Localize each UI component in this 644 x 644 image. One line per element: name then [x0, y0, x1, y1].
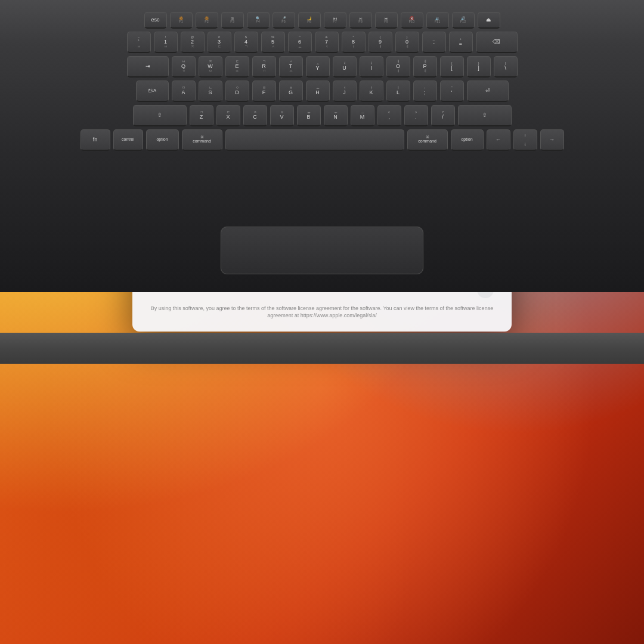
key-c[interactable]: ㅊC — [243, 105, 267, 126]
key-f9[interactable]: ⏭F9 — [375, 12, 398, 29]
key-f4[interactable]: 🔍F4 — [247, 12, 270, 29]
key-l[interactable]: ㅣL — [386, 80, 410, 102]
key-f3[interactable]: ⊞F3 — [221, 12, 244, 29]
key-backslash[interactable]: |\ — [494, 56, 518, 78]
key-b[interactable]: ㅠB — [297, 105, 321, 126]
key-t[interactable]: ㅅTㅆ — [279, 56, 303, 78]
key-f5[interactable]: 🎤F5 — [273, 12, 295, 29]
key-command-left[interactable]: ⌘command — [182, 129, 222, 151]
key-k[interactable]: ㅏK — [360, 80, 383, 102]
tab-key-row: ⇥ ㅂQㄲ ㅈWㅉ ㄷEㄸ ㄱRㄲ ㅅTㅆ ㅛY ㅕU ㅑI ㅐOㅒ ㅔPㅖ {… — [12, 56, 632, 78]
key-period[interactable]: >. — [404, 105, 428, 126]
key-5[interactable]: %5ㅅ — [261, 32, 285, 53]
key-f1[interactable]: 🔆F1 — [170, 12, 193, 29]
trackpad[interactable] — [221, 227, 423, 274]
caps-key-row: 한/A ㅁA ㄴS ㅇD ㄹF ㅎG ㅗH ㅓJ ㅏK ㅣL :; "' ⏎ — [12, 80, 632, 102]
key-s[interactable]: ㄴS — [199, 80, 222, 102]
key-h[interactable]: ㅗH — [306, 80, 330, 102]
key-rbracket[interactable]: }] — [467, 56, 491, 78]
key-o[interactable]: ㅐOㅒ — [386, 56, 410, 78]
key-v[interactable]: ㅍV — [270, 105, 294, 126]
key-shift-left[interactable]: ⇧ — [133, 105, 187, 126]
bottom-key-row: fn control option ⌘command ⌘command opti… — [12, 129, 632, 151]
key-x[interactable]: ㅌX — [216, 105, 240, 126]
key-command-right[interactable]: ⌘command — [407, 129, 448, 151]
key-control[interactable]: control — [113, 129, 143, 151]
key-d[interactable]: ㅇD — [225, 80, 249, 102]
key-lbracket[interactable]: {[ — [440, 56, 464, 78]
key-delete[interactable]: ⌫ — [476, 32, 518, 53]
keyboard: esc 🔆F1 🔆F2 ⊞F3 🔍F4 🎤F5 🌙F6 ⏮F7 ⏯F8 ⏭F9 … — [12, 12, 632, 154]
fn-key-row: esc 🔆F1 🔆F2 ⊞F3 🔍F4 🎤F5 🌙F6 ⏮F7 ⏯F8 ⏭F9 … — [12, 12, 632, 29]
key-esc[interactable]: esc — [144, 12, 167, 29]
key-quote[interactable]: "' — [440, 80, 464, 102]
key-n[interactable]: ㅜN — [324, 105, 348, 126]
keyboard-surround: esc 🔆F1 🔆F2 ⊞F3 🔍F4 🎤F5 🌙F6 ⏮F7 ⏯F8 ⏭F9 … — [0, 0, 644, 292]
key-3[interactable]: #3ㄷ — [208, 32, 231, 53]
key-6[interactable]: ^6ㅛ — [288, 32, 312, 53]
key-f7[interactable]: ⏮F7 — [324, 12, 346, 29]
key-f6[interactable]: 🌙F6 — [298, 12, 321, 29]
key-return[interactable]: ⏎ — [467, 80, 509, 102]
key-9[interactable]: (9ㅐ — [369, 32, 392, 53]
key-p[interactable]: ㅔPㅖ — [413, 56, 437, 78]
key-backtick[interactable]: ~`ㅂ — [127, 32, 151, 53]
key-f10[interactable]: 🔇F10 — [401, 12, 423, 29]
key-slash[interactable]: ?/ — [431, 105, 455, 126]
key-y[interactable]: ㅛY — [306, 56, 330, 78]
key-option-right[interactable]: option — [451, 129, 484, 151]
key-g[interactable]: ㅎG — [279, 80, 303, 102]
key-f8[interactable]: ⏯F8 — [349, 12, 372, 29]
key-7[interactable]: &7ㅕ — [315, 32, 339, 53]
key-tab[interactable]: ⇥ — [127, 56, 169, 78]
key-1[interactable]: !1ㅂ — [154, 32, 178, 53]
key-arrow-right[interactable]: → — [540, 129, 564, 151]
key-minus[interactable]: _- — [422, 32, 446, 53]
key-j[interactable]: ㅓJ — [333, 80, 357, 102]
key-f12[interactable]: 🔊F12 — [452, 12, 475, 29]
key-f[interactable]: ㄹF — [252, 80, 276, 102]
key-comma[interactable]: <, — [377, 105, 401, 126]
key-z[interactable]: ㅋZ — [190, 105, 213, 126]
key-power[interactable]: ⏏ — [478, 12, 500, 29]
key-w[interactable]: ㅈWㅉ — [199, 56, 222, 78]
key-f2[interactable]: 🔆F2 — [196, 12, 218, 29]
key-equals[interactable]: += — [449, 32, 473, 53]
key-u[interactable]: ㅕU — [333, 56, 357, 78]
key-caps[interactable]: 한/A — [136, 80, 169, 102]
key-8[interactable]: *8ㅑ — [342, 32, 366, 53]
key-arrow-left[interactable]: ← — [487, 129, 510, 151]
key-q[interactable]: ㅂQㄲ — [172, 56, 196, 78]
key-0[interactable]: )0ㅔ — [395, 32, 419, 53]
key-2[interactable]: @2ㅈ — [181, 32, 205, 53]
shift-key-row: ⇧ ㅋZ ㅌX ㅊC ㅍV ㅠB ㅜN ㅡM <, >. ?/ ⇧ — [12, 105, 632, 126]
key-option-left[interactable]: option — [146, 129, 179, 151]
key-i[interactable]: ㅑI — [360, 56, 383, 78]
legal-text: By using this software, you agree to the… — [150, 305, 494, 320]
key-space[interactable] — [225, 129, 404, 151]
number-key-row: ~`ㅂ !1ㅂ @2ㅈ #3ㄷ $4ㄱ %5ㅅ ^6ㅛ &7ㅕ *8ㅑ (9ㅐ … — [12, 32, 632, 53]
key-a[interactable]: ㅁA — [172, 80, 196, 102]
key-semicolon[interactable]: :; — [413, 80, 437, 102]
key-fn[interactable]: fn — [80, 129, 110, 151]
key-r[interactable]: ㄱRㄲ — [252, 56, 276, 78]
screen-bottom-bezel — [0, 333, 644, 364]
key-4[interactable]: $4ㄱ — [234, 32, 258, 53]
key-shift-right[interactable]: ⇧ — [458, 105, 512, 126]
key-arrow-up-down[interactable]: ↑ ↓ — [513, 129, 537, 151]
key-e[interactable]: ㄷEㄸ — [225, 56, 249, 78]
key-m[interactable]: ㅡM — [351, 105, 374, 126]
key-f11[interactable]: 🔉F11 — [426, 12, 449, 29]
